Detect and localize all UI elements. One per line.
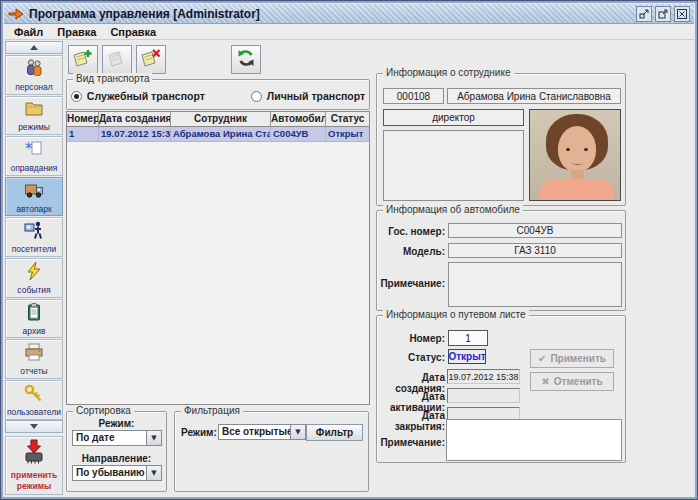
sidebar-item-reports[interactable]: отчеты: [5, 339, 63, 379]
apply-modes-button[interactable]: применить режимы: [5, 436, 63, 495]
chip-red-arrow-icon: [22, 439, 46, 469]
company-transport-radio[interactable]: [71, 91, 82, 102]
visitor-icon: [23, 220, 45, 244]
note-add-icon: [71, 47, 95, 73]
chevron-down-icon[interactable]: ▼: [290, 425, 305, 439]
app-window: Программа управления [Administrator] Фай…: [0, 0, 698, 500]
employee-note-area[interactable]: [383, 130, 524, 201]
cross-icon: ✖: [541, 376, 549, 387]
menu-bar: Файл Правка Справка: [4, 24, 694, 40]
sidebar: персонал режимы * оправдания автопарк по…: [5, 41, 63, 495]
radio-option-personal-transport: Личный транспорт: [251, 90, 365, 102]
radio-option-company-transport: Служебный транспорт: [71, 90, 205, 102]
transport-type-group: Вид транспорта Служебный транспорт Личны…: [66, 79, 370, 110]
title-bar[interactable]: Программа управления [Administrator]: [4, 4, 694, 24]
triangle-up-icon: [30, 45, 38, 50]
window-title: Программа управления [Administrator]: [29, 7, 260, 21]
sidebar-item-users[interactable]: пользователи: [5, 380, 63, 420]
delete-waybill-button[interactable]: [136, 45, 166, 74]
check-icon: ✔: [538, 353, 546, 364]
model-label: Модель:: [377, 246, 445, 257]
waybill-group-title: Информация о путевом листе: [383, 309, 529, 320]
sort-direction-combobox[interactable]: По убыванию ▼: [72, 465, 162, 481]
app-icon: [8, 7, 24, 21]
menu-file[interactable]: Файл: [7, 26, 50, 38]
column-header-status[interactable]: Статус: [326, 112, 369, 126]
add-waybill-button[interactable]: [68, 45, 98, 74]
waybill-closed-label: Дата закрытия:: [377, 410, 445, 432]
employee-position-field[interactable]: директор: [383, 109, 524, 126]
key-icon: [23, 383, 45, 407]
chevron-down-icon[interactable]: ▼: [146, 466, 161, 480]
clipboard-icon: [23, 302, 45, 326]
table-row[interactable]: 1 19.07.2012 15:38 Абрамова Ирина Стани.…: [67, 127, 369, 142]
refresh-button[interactable]: [231, 45, 261, 74]
filter-mode-label: Режим:: [181, 427, 217, 438]
people-icon: [23, 58, 45, 82]
note-delete-icon: [139, 47, 163, 73]
sidebar-item-archive[interactable]: архив: [5, 299, 63, 339]
sidebar-item-fleet[interactable]: автопарк: [5, 177, 63, 217]
column-header-car[interactable]: Автомобиль: [271, 112, 326, 126]
waybill-status-value[interactable]: Открыт: [448, 349, 486, 364]
column-header-number[interactable]: Номер: [67, 112, 99, 126]
employee-id-field[interactable]: 000108: [383, 88, 444, 104]
sidebar-scroll-up-button[interactable]: [5, 41, 63, 54]
sidebar-item-events[interactable]: события: [5, 258, 63, 298]
sorting-group-title: Сортировка: [73, 405, 134, 416]
filtering-group-title: Фильтрация: [181, 405, 243, 416]
triangle-down-icon: [30, 424, 38, 429]
car-note-label: Примечание:: [377, 278, 445, 289]
column-header-employee[interactable]: Сотрудник: [171, 112, 271, 126]
sidebar-item-excuses[interactable]: * оправдания: [5, 136, 63, 176]
window-controls: [636, 6, 690, 22]
note-edit-disabled-icon: [105, 47, 129, 73]
portrait-face: [558, 126, 596, 172]
refresh-icon: [234, 47, 258, 73]
waybill-activated-field[interactable]: [447, 388, 520, 403]
apply-button[interactable]: ✔ Применить: [530, 349, 614, 368]
chevron-down-icon[interactable]: ▼: [146, 431, 161, 445]
menu-help[interactable]: Справка: [103, 26, 163, 38]
sort-direction-label: Направление:: [67, 453, 166, 464]
folder-icon: [23, 98, 45, 122]
waybill-info-group: Информация о путевом листе Номер: 1 Стат…: [376, 315, 626, 463]
minimize-button[interactable]: [636, 6, 652, 22]
sort-mode-combobox[interactable]: По дате ▼: [72, 430, 162, 446]
model-field[interactable]: ГАЗ 3110: [448, 243, 622, 258]
truck-icon: [23, 180, 45, 204]
waybill-number-field[interactable]: 1: [448, 330, 488, 346]
column-header-created[interactable]: Дата создания: [99, 112, 171, 126]
transport-group-title: Вид транспорта: [73, 73, 152, 84]
waybill-table: Номер Дата создания Сотрудник Автомобиль…: [66, 111, 370, 405]
plate-field[interactable]: С004УВ: [448, 223, 622, 238]
sidebar-item-visitors[interactable]: посетители: [5, 217, 63, 257]
sidebar-scroll-down-button[interactable]: [5, 420, 63, 433]
lightning-icon: [23, 261, 45, 285]
sidebar-item-modes[interactable]: режимы: [5, 96, 63, 136]
waybill-status-label: Статус:: [377, 352, 445, 363]
waybill-number-label: Номер:: [377, 333, 445, 344]
employee-name-field[interactable]: Абрамова Ирина Станиславовна: [447, 88, 621, 104]
svg-text:*: *: [25, 140, 33, 158]
employee-photo: [529, 109, 621, 201]
employee-group-title: Информация о сотруднике: [383, 67, 514, 78]
edit-waybill-button[interactable]: [102, 45, 132, 74]
sorting-group: Сортировка Режим: По дате ▼ Направление:…: [66, 411, 167, 492]
maximize-button[interactable]: [655, 6, 671, 22]
close-button[interactable]: [674, 6, 690, 22]
printer-icon: [23, 342, 45, 366]
filtering-group: Фильтрация Режим: Все открытые ▼ Фильтр: [174, 411, 369, 492]
sort-mode-label: Режим:: [67, 418, 166, 429]
personal-transport-radio[interactable]: [251, 91, 262, 102]
car-note-area[interactable]: [448, 262, 622, 307]
sidebar-item-personnel[interactable]: персонал: [5, 55, 63, 95]
waybill-note-area[interactable]: [446, 419, 622, 461]
car-group-title: Информация об автомобиле: [383, 204, 523, 215]
filter-button[interactable]: Фильтр: [306, 424, 363, 441]
waybill-created-field[interactable]: 19.07.2012 15:38: [447, 369, 520, 384]
filter-mode-combobox[interactable]: Все открытые ▼: [218, 424, 306, 440]
cancel-button[interactable]: ✖ Отменить: [530, 372, 614, 391]
plate-label: Гос. номер:: [377, 226, 445, 237]
menu-edit[interactable]: Правка: [50, 26, 103, 38]
